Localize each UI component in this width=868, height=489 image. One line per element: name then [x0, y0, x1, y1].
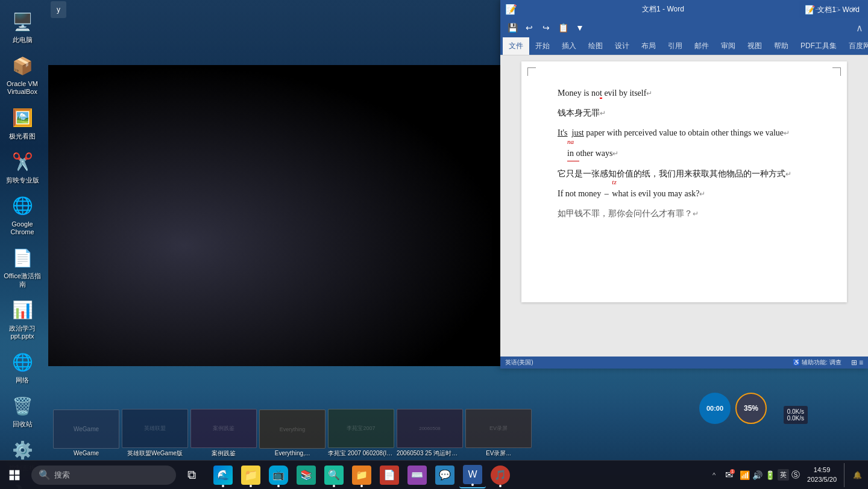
ribbon-tab-pdf[interactable]: PDF工具集	[794, 37, 843, 55]
top-taskbar: y 📝 文档1 - Word	[48, 0, 868, 19]
show-desktop-button[interactable]	[844, 463, 849, 487]
battery-icon-tray[interactable]: 🔋	[765, 470, 775, 480]
windows-logo-icon	[8, 469, 20, 481]
bstation-indicator	[277, 485, 280, 487]
top-taskbar-item-y[interactable]: y	[51, 1, 66, 18]
desktop-icon-this-pc[interactable]: 🖥️ 此电脑	[0, 6, 45, 48]
word-statusbar: 英语(美国) ♿ 辅助功能: 调查 ⊞ ≡	[500, 357, 868, 369]
taskbar-icon-edge[interactable]: 🌊	[210, 462, 236, 488]
desktop-icon-oracle-vm[interactable]: 📦 Oracle VM VirtualBox	[0, 50, 45, 99]
jianyingpro-label: 剪映专业版	[6, 176, 39, 184]
desktop-icon-network[interactable]: 🌐 网络	[0, 346, 45, 388]
ribbon-tab-home[interactable]: 开始	[529, 37, 556, 55]
annotated-word: na in other ways	[567, 146, 612, 161]
battery-display: 35%	[735, 393, 767, 424]
word-expand-icon[interactable]: ∧	[856, 22, 863, 34]
word-line-5-chinese: 它只是一张感知价值的纸，我们用来获取其他物品的一种方式↵	[558, 166, 811, 181]
thumbnail-lol[interactable]: 英雄联盟 英雄联盟WeGame版	[122, 409, 188, 458]
word-icon: W	[463, 465, 482, 484]
taskbar-icon-labproj[interactable]: 📁	[348, 462, 375, 488]
notification-icon-button[interactable]: ✉ 1	[720, 467, 737, 484]
taskbar-search[interactable]: 🔍 搜索	[31, 466, 176, 485]
taskbar-clock[interactable]: 14:59 2023/5/20	[802, 466, 841, 484]
thumbnail-wegame[interactable]: WeGame WeGame	[53, 410, 119, 456]
thumbnail-liyuanbao[interactable]: 李苑宝2007 李苑宝 2007 060208(II)...	[328, 409, 394, 458]
underline-its: It's	[558, 128, 568, 137]
ribbon-tab-layout[interactable]: 布局	[635, 37, 662, 55]
ribbon-tab-insert[interactable]: 插入	[556, 37, 582, 55]
notification-panel-button[interactable]: 🔔	[851, 463, 863, 487]
officepdf-label: Office激活指南	[2, 272, 42, 288]
input-method-indicator[interactable]: 英	[778, 469, 789, 481]
tray-chevron-button[interactable]: ^	[710, 469, 718, 481]
pptx-label: 政治学习ppt.pptx	[2, 325, 42, 340]
thumbnail-everything[interactable]: Everything Everything,...	[259, 410, 326, 456]
thumbnail-evemu[interactable]: EV录屏 EV录屏...	[465, 409, 532, 458]
top-taskbar-word[interactable]: 📝 文档1 - Word	[799, 1, 866, 18]
controlpanel-icon: ⚙️	[10, 438, 34, 462]
ribbon-tab-draw[interactable]: 绘图	[582, 37, 609, 55]
handwritten-annotation-tz: tz	[612, 176, 616, 188]
oracle-vm-icon: 📦	[10, 54, 34, 78]
thumbnail-label-zip: 20060503 25 鸿运时密信...	[397, 449, 463, 458]
taskbar-icon-netease[interactable]: 🎵	[487, 462, 514, 488]
thumbnail-anlijiance[interactable]: 案例践鉴 案例践鉴	[190, 409, 257, 458]
ribbon-tab-review[interactable]: 审阅	[715, 37, 741, 55]
taskbar-icon-explorer[interactable]: 📁	[237, 462, 264, 488]
ribbon-tab-view[interactable]: 视图	[741, 37, 768, 55]
clipboard-qat-button[interactable]: 📋	[556, 20, 570, 35]
netease-indicator	[499, 485, 502, 487]
network-icon-tray[interactable]: 📶	[740, 470, 750, 480]
word-line-1: Money is not evil by itself↵	[558, 86, 811, 101]
taskbar-icon-word[interactable]: W	[459, 462, 486, 488]
thumbnail-label-liyuanbao: 李苑宝 2007 060208(II)...	[328, 449, 394, 458]
desktop-icons: 🖥️ 此电脑 📦 Oracle VM VirtualBox 🖼️ 极光看图 ✂️…	[0, 0, 48, 489]
netease-icon: 🎵	[491, 466, 510, 485]
ribbon-tab-file[interactable]: 文件	[503, 37, 529, 55]
word-content[interactable]: Money is not evil by itself↵ 钱本身无罪↵ It's…	[500, 55, 868, 357]
ribbon-tab-references[interactable]: 引用	[662, 37, 688, 55]
ribbon-tab-design[interactable]: 设计	[609, 37, 635, 55]
ribbon-tab-help[interactable]: 帮助	[768, 37, 794, 55]
desktop-icon-jijian[interactable]: 🖼️ 极光看图	[0, 102, 45, 144]
thumbnail-img-evemu: EV录屏	[465, 409, 532, 448]
thumbnail-zip[interactable]: 20060508 20060503 25 鸿运时密信...	[397, 409, 463, 458]
undo-qat-button[interactable]: ↩	[522, 20, 536, 35]
audio-icon-tray[interactable]: 🔊	[752, 470, 763, 480]
explorer-indicator	[250, 485, 252, 487]
taskbar-icon-smartchat[interactable]: 💬	[432, 462, 458, 488]
thumbnails-row: WeGame WeGame 英雄联盟 英雄联盟WeGame版 案例践鉴 案例践鉴…	[48, 406, 868, 460]
word-line-3: It's just paper with perceived value to …	[558, 125, 811, 140]
redo-qat-button[interactable]: ↪	[539, 20, 553, 35]
search-icon: 🔍	[39, 469, 51, 481]
qat-more-button[interactable]: ▼	[573, 20, 587, 35]
view-toggle-buttons[interactable]: ⊞ ≡	[851, 358, 863, 367]
taskbar-icon-qqbrowser[interactable]: 🔍	[321, 462, 347, 488]
taskbar-icon-lishangxing[interactable]: 📄	[376, 462, 403, 488]
taskbar-icon-jianpantu[interactable]: ⌨️	[404, 462, 430, 488]
start-button[interactable]	[0, 461, 29, 490]
circle-timer[interactable]: 00:00	[699, 393, 731, 424]
desktop-icon-pptx[interactable]: 📊 政治学习ppt.pptx	[0, 294, 45, 344]
accessibility-status: ♿ 辅助功能: 调查	[793, 358, 841, 367]
taskbar-right: ^ ✉ 1 📶 🔊 🔋 英 Ⓢ 14:59 2023/5/20	[710, 463, 868, 487]
taskbar-search-text: 搜索	[54, 470, 70, 481]
desktop-icon-recycle[interactable]: 🗑️ 回收站	[0, 390, 45, 432]
chrome-icon: 🌐	[10, 194, 34, 218]
jianpantu-icon: ⌨️	[407, 466, 427, 485]
chrome-label: Google Chrome	[2, 220, 42, 236]
oracle-vm-label: Oracle VM VirtualBox	[2, 80, 42, 96]
sogou-icon-tray[interactable]: Ⓢ	[791, 470, 800, 481]
ribbon-tab-baidu[interactable]: 百度网盘	[843, 37, 868, 55]
lishangxing-icon: 📄	[380, 466, 399, 485]
taskbar-taskview-button[interactable]: ⧉	[178, 462, 205, 488]
taskbar-icon-mgmt[interactable]: 📚	[293, 462, 319, 488]
taskbar-icon-bstation[interactable]: 📺	[265, 462, 292, 488]
desktop-icon-officepdf[interactable]: 📄 Office激活指南	[0, 242, 45, 291]
desktop-icon-chrome[interactable]: 🌐 Google Chrome	[0, 190, 45, 240]
ribbon-tab-mailings[interactable]: 邮件	[688, 37, 715, 55]
margin-corner-tl	[527, 67, 536, 76]
desktop-icon-jianyingpro[interactable]: ✂️ 剪映专业版	[0, 146, 45, 188]
smartchat-icon: 💬	[435, 466, 454, 485]
save-qat-button[interactable]: 💾	[505, 20, 520, 35]
